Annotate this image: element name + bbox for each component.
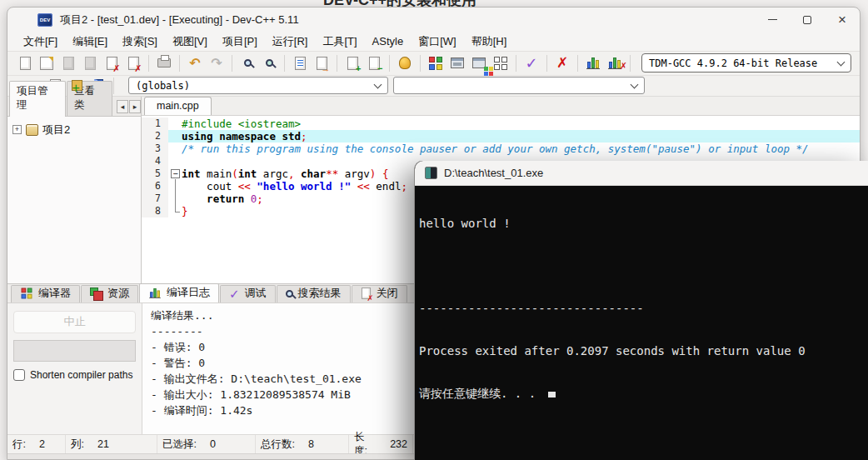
remove-minus-icon: −	[377, 64, 382, 73]
run-button[interactable]	[446, 53, 468, 73]
find-button[interactable]	[237, 53, 258, 73]
compiler-select[interactable]: TDM-GCC 4.9.2 64-bit Release	[641, 53, 851, 72]
tab-search-results[interactable]: 搜索结果	[277, 285, 351, 302]
menu-search[interactable]: 搜索[S]	[115, 32, 165, 51]
project-icon	[26, 124, 38, 136]
tab-scroll-right-button[interactable]: ▸	[129, 100, 141, 113]
menu-window[interactable]: 窗口[W]	[411, 32, 464, 51]
console-title-bar[interactable]: D:\teach\test_01.exe	[415, 161, 868, 186]
close-panel-tab-icon: ✗	[362, 288, 371, 299]
print-button[interactable]	[153, 53, 175, 73]
toolbar-separator	[420, 55, 421, 72]
menu-tools[interactable]: 工具[T]	[315, 32, 364, 51]
fold-toggle-icon[interactable]: −	[168, 168, 182, 180]
line-number: 8	[142, 205, 168, 218]
compiler-tab-icon	[22, 288, 32, 299]
rebuild-button[interactable]	[490, 53, 511, 73]
menu-file[interactable]: 文件[F]	[16, 32, 65, 51]
toolbar-separator	[148, 55, 149, 72]
debug-tab-icon: ✓	[229, 288, 240, 300]
toolbar-separator	[179, 55, 180, 72]
close-all-button[interactable]: ✗	[122, 53, 144, 73]
menu-edit[interactable]: 编辑[E]	[65, 32, 115, 51]
menu-run[interactable]: 运行[R]	[265, 32, 316, 51]
tab-resources-label: 资源	[107, 286, 129, 301]
remove-button[interactable]: −	[363, 53, 385, 73]
redo-button[interactable]: ↷	[206, 53, 227, 73]
abort-button[interactable]: 中止	[13, 311, 136, 333]
close-icon: ×	[838, 12, 846, 28]
delete-profiling-button[interactable]: ✗	[604, 53, 626, 73]
code-text: /* run this program using the console pa…	[182, 142, 860, 155]
compile-run-button[interactable]	[468, 53, 490, 73]
main-toolbar: ✗ ✗ ↶ ↷ → + − ✓ ✗ ✗ TDM-GCC 4.9.2 64-bit…	[7, 51, 860, 76]
compile-progress-bar	[13, 340, 136, 362]
shorten-paths-option[interactable]: Shorten compiler paths	[13, 369, 136, 381]
tab-main-cpp[interactable]: main.cpp	[144, 97, 212, 115]
minimize-icon	[768, 19, 777, 20]
search-results-tab-icon	[286, 290, 293, 298]
save-button[interactable]	[57, 53, 79, 73]
shorten-paths-checkbox[interactable]	[13, 369, 25, 381]
tree-expand-icon[interactable]: +	[12, 125, 22, 134]
undo-button[interactable]: ↶	[184, 53, 206, 73]
tab-resources[interactable]: 资源	[81, 285, 138, 302]
app-icon: DEV	[37, 13, 52, 27]
minimize-button[interactable]	[755, 8, 790, 32]
profile-button[interactable]	[582, 53, 604, 73]
insert-plus-icon: +	[356, 64, 361, 73]
toolbar-separator	[113, 78, 114, 94]
new-file-button[interactable]	[14, 53, 36, 73]
code-line[interactable]: 2using namespace std;	[142, 130, 860, 142]
open-file-icon	[40, 57, 53, 70]
tab-compiler-label: 编译器	[38, 286, 71, 301]
tip-button[interactable]	[394, 53, 416, 73]
tab-compiler[interactable]: 编译器	[11, 285, 80, 302]
console-line	[419, 259, 864, 273]
compile-button[interactable]	[425, 53, 446, 73]
close-button[interactable]: ×	[825, 8, 860, 32]
goto-line-button[interactable]	[289, 53, 311, 73]
status-total-lines: 总行数:8	[256, 435, 349, 453]
window-title: 项目2 - [test_01.dev] - [Executing] - Dev-…	[60, 12, 299, 28]
tab-scroll-left-button[interactable]: ◂	[117, 100, 128, 113]
console-cursor	[548, 392, 556, 398]
code-line[interactable]: 3/* run this program using the console p…	[142, 142, 860, 155]
maximize-button[interactable]	[790, 8, 825, 32]
replace-button[interactable]	[258, 53, 280, 73]
console-window: D:\teach\test_01.exe hello world ! -----…	[414, 161, 868, 460]
fold-marker	[168, 155, 182, 168]
debug-button[interactable]: ✓	[521, 53, 542, 73]
new-file-icon	[20, 57, 31, 70]
code-line[interactable]: 1#include <iostream>	[142, 118, 860, 130]
menu-help[interactable]: 帮助[H]	[464, 32, 515, 51]
close-file-button[interactable]: ✗	[101, 53, 122, 73]
close-file-icon: ✗	[107, 57, 117, 70]
replace-icon	[266, 59, 273, 67]
save-icon	[63, 57, 74, 70]
project-tree-item[interactable]: + 项目2	[7, 117, 141, 143]
console-line: --------------------------------	[419, 302, 864, 316]
toolbar-separator	[577, 55, 578, 72]
member-select[interactable]	[393, 77, 645, 94]
menu-astyle[interactable]: AStyle	[365, 33, 412, 49]
redo-icon: ↷	[211, 57, 222, 70]
tab-debug-label: 调试	[245, 286, 267, 301]
line-number: 6	[142, 180, 168, 192]
line-number: 2	[142, 130, 168, 142]
fold-marker	[168, 180, 182, 192]
tab-debug[interactable]: ✓调试	[220, 285, 276, 302]
scope-select[interactable]: (globals)	[128, 77, 388, 94]
tab-project-manager[interactable]: 项目管理	[9, 81, 66, 117]
menu-project[interactable]: 项目[P]	[215, 32, 265, 51]
menu-view[interactable]: 视图[V]	[165, 32, 215, 51]
tab-close-panel[interactable]: ✗关闭	[352, 285, 407, 302]
next-bookmark-button[interactable]: →	[311, 53, 332, 73]
open-file-button[interactable]	[36, 53, 57, 73]
abort-compile-button[interactable]: ✗	[551, 53, 573, 73]
title-bar[interactable]: DEV 项目2 - [test_01.dev] - [Executing] - …	[7, 8, 860, 32]
insert-button[interactable]: +	[342, 53, 363, 73]
stop-icon: ✗	[556, 56, 568, 70]
tab-compile-log[interactable]: 编译日志	[139, 283, 219, 302]
save-all-button[interactable]	[79, 53, 101, 73]
